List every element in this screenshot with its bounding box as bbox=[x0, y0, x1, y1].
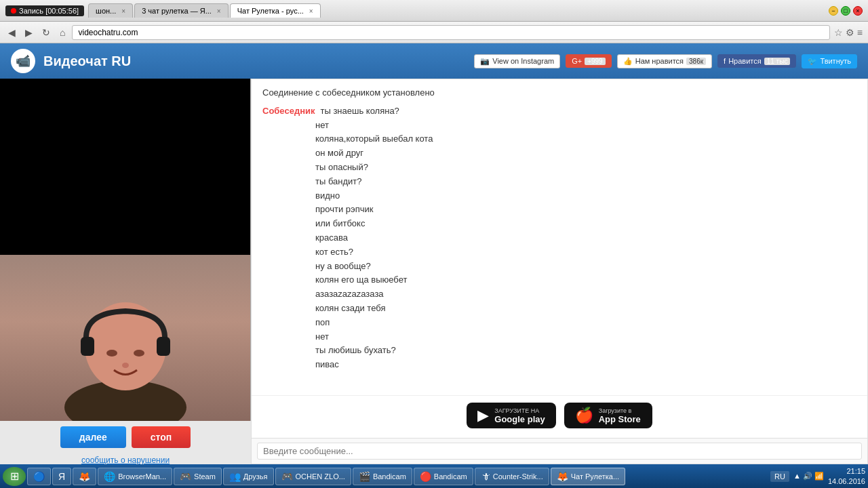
chat-msg-11: ну а вообще? bbox=[315, 260, 856, 274]
report-link[interactable]: сообщить о нарушении bbox=[81, 455, 170, 465]
game-icon: 🎮 bbox=[281, 471, 293, 482]
stranger-video bbox=[0, 79, 250, 255]
steam-icon: 🎮 bbox=[180, 471, 191, 482]
tab-2-label: 3 чат рулетка — Я... bbox=[142, 7, 212, 15]
clock-date: 14.06.2016 bbox=[828, 476, 865, 486]
person-silhouette bbox=[24, 272, 227, 421]
twitter-button[interactable]: 🐦 Твитнуть bbox=[802, 54, 857, 68]
chat-msg-6: видно bbox=[315, 189, 856, 203]
minimize-button[interactable]: − bbox=[829, 6, 838, 16]
tab-1[interactable]: шон... × bbox=[88, 3, 133, 18]
chat-input[interactable] bbox=[257, 443, 862, 460]
google-play-sub: ЗАГРУЗИТЕ НА bbox=[494, 407, 545, 414]
taskbar-item-bandicam1[interactable]: 🎬 Bandicam bbox=[353, 468, 412, 485]
taskbar-item-game[interactable]: 🎮 OCHEN ZLO... bbox=[275, 468, 351, 485]
chat-area: Соединение с собеседником установлено Со… bbox=[252, 79, 867, 395]
like-button[interactable]: 👍 Нам нравится 386к bbox=[617, 54, 712, 68]
reload-button[interactable]: ↻ bbox=[39, 26, 53, 39]
app-store-section: ▶ ЗАГРУЗИТЕ НА Google play 🍎 Загрузите в… bbox=[252, 395, 867, 438]
chatroulette-icon: 🦊 bbox=[557, 471, 568, 482]
browser-label: BrowserMan... bbox=[118, 472, 166, 481]
recording-indicator: Запись [00:05:56] bbox=[5, 5, 84, 16]
site-header: 📹 Видеочат RU 📷 View on Instagram G+ +99… bbox=[0, 43, 868, 79]
right-wrapper: Соединение с собеседником установлено Со… bbox=[251, 79, 868, 464]
url-text: videochatru.com bbox=[78, 28, 138, 37]
start-button[interactable]: ⊞ bbox=[3, 467, 26, 486]
site-title: Видеочат RU bbox=[43, 54, 131, 69]
tab-2-close[interactable]: × bbox=[217, 7, 221, 15]
chatroulette-label: Чат Рулетка... bbox=[571, 472, 619, 481]
apple-icon: 🍎 bbox=[575, 407, 593, 424]
googleplus-button[interactable]: G+ +999 bbox=[566, 54, 612, 68]
stop-button[interactable]: стоп bbox=[132, 426, 191, 448]
tab-3-close[interactable]: × bbox=[309, 7, 313, 15]
chat-msg-2: коляна,который выебал кота bbox=[315, 132, 856, 146]
app-store-button[interactable]: 🍎 Загрузите в App Store bbox=[564, 403, 652, 428]
browser-titlebar: Запись [00:05:56] шон... × 3 чат рулетка… bbox=[0, 0, 868, 22]
facebook-button[interactable]: f Нравится 11 тыс bbox=[717, 54, 796, 68]
chat-msg-16: нет bbox=[315, 330, 856, 344]
menu-icon[interactable]: ≡ bbox=[857, 27, 863, 38]
buttons-row: далее стоп bbox=[0, 421, 251, 453]
instagram-icon: 📷 bbox=[480, 57, 490, 66]
left-panel: 🎙 Микрофон (HD Webcam C270) ▼ bbox=[0, 79, 251, 464]
browser-icon: 🌐 bbox=[104, 471, 115, 482]
stranger-video-feed bbox=[0, 79, 250, 255]
taskbar-item-firefox[interactable]: 🦊 bbox=[73, 468, 96, 485]
google-play-label: Google play bbox=[494, 414, 545, 424]
back-button[interactable]: ◀ bbox=[5, 26, 18, 39]
taskbar-item-friends[interactable]: 👥 Друзья bbox=[223, 468, 274, 485]
friends-icon: 👥 bbox=[229, 471, 241, 482]
taskbar-sys-icons: ▲ 🔊 📶 bbox=[793, 472, 824, 481]
taskbar-right: RU ▲ 🔊 📶 21:15 14.06.2016 bbox=[770, 466, 865, 486]
taskbar-item-browser[interactable]: 🌐 BrowserMan... bbox=[98, 468, 172, 485]
webcam-feed bbox=[0, 255, 250, 421]
tab-3[interactable]: Чат Рулетка - рус... × bbox=[230, 3, 321, 18]
close-button[interactable]: × bbox=[853, 6, 863, 16]
address-bar[interactable]: videochatru.com bbox=[72, 25, 829, 40]
taskbar-item-chatroulette[interactable]: 🦊 Чат Рулетка... bbox=[551, 468, 625, 485]
next-button[interactable]: далее bbox=[60, 426, 126, 448]
browser-toolbar: ◀ ▶ ↻ ⌂ videochatru.com ☆ ⚙ ≡ bbox=[0, 22, 868, 43]
tab-1-close[interactable]: × bbox=[121, 7, 125, 15]
twitter-icon: 🐦 bbox=[808, 57, 817, 66]
steam-label: Steam bbox=[194, 472, 216, 481]
chat-msg-9: красава bbox=[315, 231, 856, 245]
bandicam1-icon: 🎬 bbox=[359, 471, 370, 482]
chat-line-0: Собеседник ты знаешь коляна? bbox=[262, 104, 856, 119]
header-actions: 📷 View on Instagram G+ +999 👍 Нам нравит… bbox=[474, 54, 857, 68]
star-icon[interactable]: ☆ bbox=[834, 27, 843, 38]
svg-rect-2 bbox=[81, 337, 94, 356]
friends-label: Друзья bbox=[243, 472, 268, 481]
chat-msg-17: ты любишь бухать? bbox=[315, 344, 856, 358]
tab-2[interactable]: 3 чат рулетка — Я... × bbox=[134, 3, 229, 18]
chat-author-0: Собеседник bbox=[262, 104, 315, 119]
chat-msg-10: кот есть? bbox=[315, 245, 856, 260]
svg-point-6 bbox=[122, 363, 129, 368]
chat-input-row[interactable] bbox=[252, 438, 867, 464]
tab-1-label: шон... bbox=[96, 7, 116, 15]
window-controls: − □ × bbox=[829, 6, 863, 16]
taskbar-item-bandicam2[interactable]: 🔴 Bandicam bbox=[414, 468, 473, 485]
google-play-button[interactable]: ▶ ЗАГРУЗИТЕ НА Google play bbox=[467, 403, 555, 428]
svg-point-5 bbox=[134, 350, 144, 357]
instagram-button[interactable]: 📷 View on Instagram bbox=[474, 54, 560, 68]
settings-icon[interactable]: ⚙ bbox=[846, 27, 854, 38]
language-indicator: RU bbox=[770, 471, 789, 482]
rec-dot bbox=[11, 8, 16, 14]
connection-status: Соединение с собеседником установлено bbox=[262, 86, 856, 100]
taskbar-item-yandex[interactable]: Я bbox=[52, 468, 71, 485]
bandicam2-icon: 🔴 bbox=[420, 471, 431, 482]
google-play-icon: ▶ bbox=[477, 407, 489, 424]
forward-button[interactable]: ▶ bbox=[22, 26, 35, 39]
app-store-label: App Store bbox=[599, 414, 641, 424]
maximize-button[interactable]: □ bbox=[841, 6, 850, 16]
taskbar-item-cs[interactable]: 🗡 Counter-Strik... bbox=[475, 468, 549, 485]
taskbar-item-explorer[interactable]: 🔵 bbox=[27, 468, 51, 485]
chat-msg-0: ты знаешь коляна? bbox=[320, 104, 399, 119]
yandex-icon: Я bbox=[58, 471, 65, 482]
chat-msg-8: или битбокс bbox=[315, 217, 856, 231]
taskbar-item-steam[interactable]: 🎮 Steam bbox=[174, 468, 222, 485]
home-button[interactable]: ⌂ bbox=[57, 26, 68, 39]
chat-msg-13: азазazazаzазаза bbox=[315, 287, 856, 302]
